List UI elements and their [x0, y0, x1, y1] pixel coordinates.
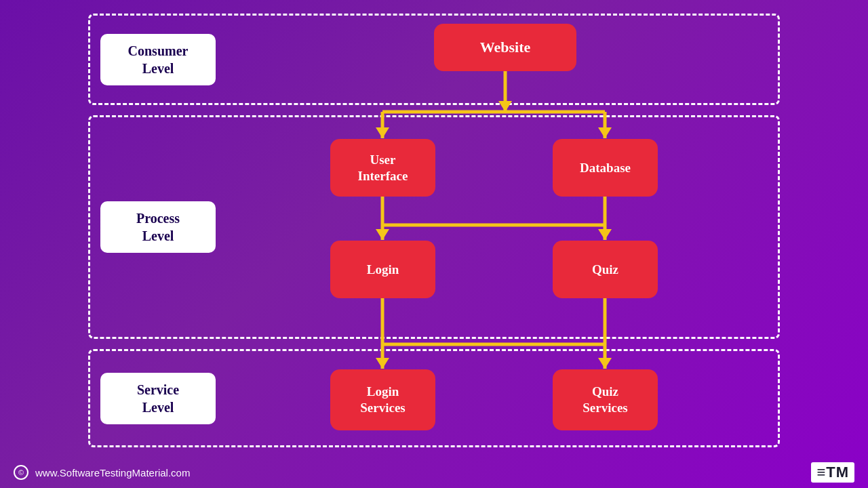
node-login-services: LoginServices	[330, 369, 435, 430]
footer-url: www.SoftwareTestingMaterial.com	[35, 467, 190, 479]
node-user-interface: UserInterface	[330, 139, 435, 197]
footer: © www.SoftwareTestingMaterial.com ≡TM	[0, 462, 868, 483]
node-login: Login	[330, 241, 435, 298]
copyright-icon: ©	[14, 465, 28, 480]
node-database: Database	[553, 139, 658, 197]
process-level-label: ProcessLevel	[100, 201, 216, 253]
consumer-level-label: ConsumerLevel	[100, 34, 216, 85]
service-level-label: ServiceLevel	[100, 373, 216, 424]
etm-logo: ≡TM	[811, 462, 854, 483]
node-quiz: Quiz	[553, 241, 658, 298]
footer-left: © www.SoftwareTestingMaterial.com	[14, 465, 190, 480]
node-website: Website	[434, 24, 576, 71]
node-quiz-services: QuizServices	[553, 369, 658, 430]
diagram-container: ConsumerLevel ProcessLevel ServiceLevel	[88, 7, 780, 454]
